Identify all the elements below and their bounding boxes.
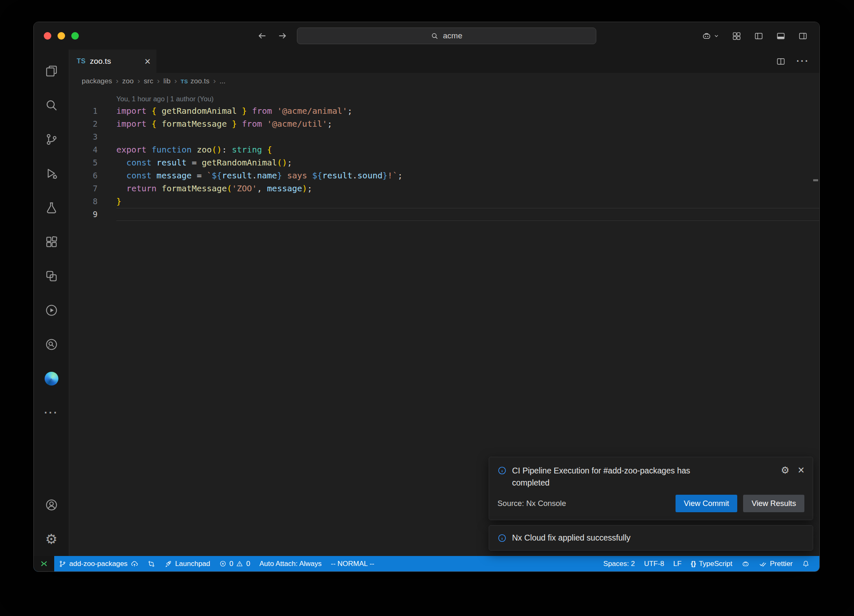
copilot-icon bbox=[741, 560, 750, 568]
more-actions-button[interactable]: ··· bbox=[796, 56, 809, 67]
view-commit-button[interactable]: View Commit bbox=[676, 495, 738, 512]
minimize-window-button[interactable] bbox=[58, 32, 65, 40]
code-line-7[interactable]: 7 return formatMessage('ZOO', message); bbox=[69, 182, 819, 195]
search-value: acme bbox=[443, 31, 462, 40]
notification-settings-button[interactable]: ⚙ bbox=[781, 466, 790, 475]
code-line-9[interactable]: 9 bbox=[69, 208, 819, 221]
copilot-icon bbox=[701, 31, 712, 41]
notification-nx-cloud: Nx Cloud fix applied successfully bbox=[489, 525, 813, 551]
breadcrumb-item-packages[interactable]: packages bbox=[82, 77, 112, 85]
notification-close-button[interactable]: × bbox=[798, 465, 804, 476]
status-branch[interactable]: add-zoo-packages bbox=[54, 556, 143, 571]
breadcrumb-item-file[interactable]: TS zoo.ts bbox=[181, 77, 209, 85]
close-window-button[interactable] bbox=[44, 32, 51, 40]
close-tab-button[interactable]: × bbox=[144, 56, 151, 67]
gitlens-blame-annotation[interactable]: You, 1 hour ago | 1 author (You) bbox=[116, 93, 819, 105]
edge-browser-icon bbox=[45, 372, 58, 386]
breadcrumb-item-src[interactable]: src bbox=[144, 77, 153, 85]
search-icon bbox=[431, 32, 439, 40]
activity-bar-bottom: ⚙ bbox=[34, 488, 69, 556]
status-vim-mode[interactable]: -- NORMAL -- bbox=[326, 556, 379, 571]
typescript-file-icon: TS bbox=[77, 58, 85, 65]
copilot-menu-button[interactable] bbox=[701, 31, 719, 41]
branch-name: add-zoo-packages bbox=[69, 560, 128, 568]
line-number: 5 bbox=[69, 156, 98, 169]
split-editor-button[interactable] bbox=[776, 57, 786, 66]
gear-icon: ⚙ bbox=[45, 532, 58, 546]
eol-label: LF bbox=[673, 560, 682, 568]
notification-center: CI Pipeline Execution for #add-zoo-packa… bbox=[489, 457, 813, 551]
notification-source: Source: Nx Console bbox=[497, 499, 566, 508]
activity-item-run-debug[interactable] bbox=[34, 156, 69, 190]
status-notifications-bell[interactable] bbox=[797, 556, 814, 571]
status-prettier[interactable]: Prettier bbox=[754, 556, 797, 571]
breadcrumb-item-zoo[interactable]: zoo bbox=[122, 77, 133, 85]
code-line-6[interactable]: 6 const message = `${result.name} says $… bbox=[69, 169, 819, 182]
toggle-secondary-sidebar-button[interactable] bbox=[798, 31, 808, 41]
activity-item-extensions[interactable] bbox=[34, 225, 69, 259]
activity-item-inspector[interactable] bbox=[34, 327, 69, 361]
code-lines: 1import { getRandomAnimal } from '@acme/… bbox=[69, 105, 819, 221]
ellipsis-icon: ··· bbox=[44, 407, 58, 419]
status-compare[interactable] bbox=[143, 556, 160, 571]
code-line-2[interactable]: 2import { formatMessage } from '@acme/ut… bbox=[69, 118, 819, 130]
status-copilot[interactable] bbox=[737, 556, 754, 571]
line-number: 2 bbox=[69, 118, 98, 130]
status-indentation[interactable]: Spaces: 2 bbox=[599, 556, 640, 571]
chevron-right-icon: › bbox=[174, 76, 177, 85]
window-controls bbox=[44, 22, 79, 50]
toggle-panel-button[interactable] bbox=[776, 31, 786, 41]
code-line-3[interactable]: 3 bbox=[69, 130, 819, 143]
split-editor-icon bbox=[776, 57, 786, 66]
breadcrumb-file-label: zoo.ts bbox=[191, 77, 209, 85]
nx-console-icon bbox=[45, 269, 58, 283]
toggle-primary-sidebar-button[interactable] bbox=[754, 31, 764, 41]
settings-button[interactable]: ⚙ bbox=[34, 522, 69, 556]
vim-mode-label: -- NORMAL -- bbox=[331, 560, 374, 568]
activity-item-explorer[interactable] bbox=[34, 54, 69, 88]
search-icon bbox=[45, 98, 58, 112]
activity-item-more-views[interactable]: ··· bbox=[34, 396, 69, 430]
go-forward-button[interactable] bbox=[277, 30, 288, 41]
status-eol[interactable]: LF bbox=[669, 556, 686, 571]
prettier-label: Prettier bbox=[770, 560, 793, 568]
beaker-icon bbox=[45, 201, 58, 215]
line-number: 6 bbox=[69, 169, 98, 182]
code-line-4[interactable]: 4export function zoo(): string { bbox=[69, 143, 819, 156]
activity-item-edge-browser[interactable] bbox=[34, 361, 69, 396]
remote-indicator[interactable] bbox=[34, 556, 54, 571]
status-language[interactable]: {} TypeScript bbox=[686, 556, 737, 571]
accounts-button[interactable] bbox=[34, 488, 69, 522]
account-icon bbox=[45, 498, 58, 512]
breadcrumb-item-lib[interactable]: lib bbox=[163, 77, 171, 85]
breadcrumb-item-symbol[interactable]: ... bbox=[220, 77, 226, 85]
code-text: import { getRandomAnimal } from '@acme/a… bbox=[116, 105, 819, 118]
code-text: const message = `${result.name} says ${r… bbox=[116, 169, 819, 182]
status-auto-attach[interactable]: Auto Attach: Always bbox=[255, 556, 326, 571]
activity-item-search[interactable] bbox=[34, 88, 69, 122]
chevron-right-icon: › bbox=[213, 76, 216, 85]
fullscreen-window-button[interactable] bbox=[71, 32, 79, 40]
command-center-search[interactable]: acme bbox=[297, 28, 596, 44]
line-number: 4 bbox=[69, 143, 98, 156]
activity-item-source-control[interactable] bbox=[34, 122, 69, 156]
activity-item-testing[interactable] bbox=[34, 190, 69, 225]
code-text: } bbox=[116, 195, 819, 208]
editor-actions: ··· bbox=[776, 50, 819, 73]
activity-item-nx-console[interactable] bbox=[34, 259, 69, 293]
breadcrumb: packages › zoo › src › lib › TS zoo.ts ›… bbox=[69, 73, 819, 90]
code-line-5[interactable]: 5 const result = getRandomAnimal(); bbox=[69, 156, 819, 169]
activity-item-run-circle[interactable] bbox=[34, 293, 69, 327]
status-problems[interactable]: 0 0 bbox=[215, 556, 255, 571]
code-line-1[interactable]: 1import { getRandomAnimal } from '@acme/… bbox=[69, 105, 819, 118]
chevron-right-icon: › bbox=[138, 76, 140, 85]
view-results-button[interactable]: View Results bbox=[743, 495, 804, 512]
code-line-8[interactable]: 8} bbox=[69, 195, 819, 208]
panel-left-icon bbox=[754, 31, 764, 41]
tab-zoo-ts[interactable]: TS zoo.ts × bbox=[69, 50, 156, 73]
go-back-button[interactable] bbox=[257, 30, 268, 41]
encoding-label: UTF-8 bbox=[644, 560, 664, 568]
customize-layout-button[interactable] bbox=[732, 31, 741, 41]
status-encoding[interactable]: UTF-8 bbox=[639, 556, 668, 571]
status-launchpad[interactable]: Launchpad bbox=[160, 556, 215, 571]
